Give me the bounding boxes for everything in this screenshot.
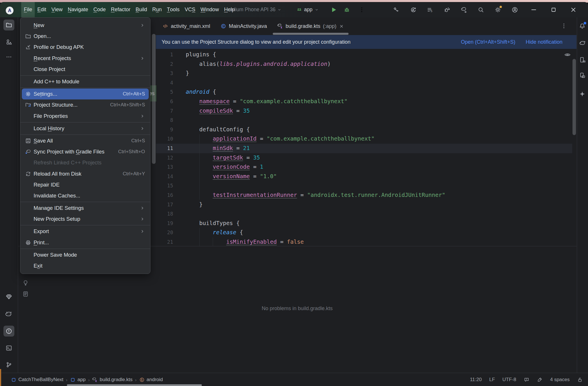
code-line[interactable]: 10 applicationId = "com.example.catchthe… — [156, 134, 572, 144]
toolbar-apply-changes[interactable] — [444, 6, 450, 13]
code-line[interactable]: 5android { — [156, 87, 572, 97]
code-line[interactable]: 17 } — [156, 200, 572, 210]
code-line[interactable]: 13 versionCode = 1 — [156, 162, 572, 172]
line-number[interactable]: 6 — [156, 97, 173, 106]
write-access-icon[interactable] — [577, 377, 583, 383]
menu-item-settings-[interactable]: Settings...Ctrl+Alt+S — [22, 89, 149, 99]
tab-activity-main-xml[interactable]: activity_main.xml — [157, 17, 215, 35]
line-number[interactable]: 16 — [156, 191, 173, 200]
menubar-item-edit[interactable]: Edit — [35, 2, 49, 17]
menubar-item-tools[interactable]: Tools — [164, 2, 182, 17]
highlighting-level-icon[interactable] — [537, 377, 543, 383]
code-line[interactable]: 9 defaultConfig { — [156, 125, 572, 135]
menu-item-invalidate-caches-[interactable]: Invalidate Caches... — [20, 190, 150, 201]
line-number[interactable]: 10 — [156, 134, 173, 144]
line-number[interactable]: 9 — [156, 125, 173, 135]
tab-options-kebab-icon[interactable] — [560, 22, 567, 29]
menu-item-local-history[interactable]: Local History — [20, 123, 150, 134]
line-number[interactable]: 3 — [156, 69, 173, 78]
project-tool-window-button[interactable] — [5, 22, 12, 28]
reader-mode-eye-icon[interactable] — [564, 51, 571, 58]
menu-item-project-structure-[interactable]: Project Structure...Ctrl+Alt+Shift+S — [20, 99, 150, 110]
resource-manager-button[interactable] — [5, 39, 12, 45]
line-number[interactable]: 7 — [156, 106, 173, 116]
play-icon[interactable] — [330, 6, 337, 13]
menubar-item-build[interactable]: Build — [133, 2, 150, 17]
code-line[interactable]: 20 release { — [156, 228, 572, 237]
code-line[interactable]: 1plugins { — [156, 50, 572, 59]
banner-hide-link[interactable]: Hide notification — [526, 39, 562, 45]
code-line[interactable]: 4 — [156, 78, 572, 88]
version-control-button[interactable] — [5, 361, 12, 368]
device-manager-button[interactable] — [579, 72, 586, 79]
line-number[interactable]: 11 — [156, 144, 173, 153]
breadcrumb-catchtheballbynext[interactable]: CatchTheBallByNext — [11, 377, 63, 383]
tab-mainactivity-java[interactable]: MainActivity.java — [215, 17, 272, 35]
menu-item-exit[interactable]: Exit — [20, 260, 150, 271]
close-button[interactable] — [570, 6, 577, 13]
line-number[interactable]: 4 — [156, 78, 173, 88]
toolbar-profiler[interactable] — [410, 6, 417, 13]
code-line[interactable]: 15 — [156, 181, 572, 191]
gemini-button[interactable] — [579, 91, 586, 97]
line-separator[interactable]: LF — [489, 377, 495, 383]
editor-scrollbar[interactable] — [572, 59, 576, 135]
menu-item-recent-projects[interactable]: Recent Projects — [20, 53, 150, 64]
indent-style[interactable]: 4 spaces — [550, 377, 570, 383]
menu-item-new[interactable]: New — [20, 20, 150, 31]
logcat-button[interactable] — [5, 311, 12, 318]
menubar-item-run[interactable]: Run — [150, 2, 164, 17]
line-number[interactable]: 13 — [156, 162, 173, 172]
cursor-position[interactable]: 11:20 — [470, 377, 482, 383]
quick-fix-icon[interactable] — [22, 279, 29, 286]
line-number[interactable]: 8 — [156, 116, 173, 125]
android-studio-logo-icon[interactable]: A — [6, 7, 13, 14]
menu-item-add-c++-to-module[interactable]: Add C++ to Module — [20, 76, 150, 87]
breadcrumb-app[interactable]: app — [70, 377, 86, 383]
line-number[interactable]: 20 — [156, 228, 173, 237]
code-line[interactable]: 21 isMinifyEnabled = false — [156, 237, 572, 246]
banner-open-link[interactable]: Open (Ctrl+Alt+Shift+S) — [461, 39, 515, 45]
menu-item-file-properties[interactable]: File Properties — [20, 111, 150, 122]
menu-item-print-[interactable]: Print... — [20, 237, 150, 248]
code-line[interactable]: 18 — [156, 209, 572, 219]
debug-bug-icon[interactable] — [343, 6, 350, 13]
menu-item-manage-ide-settings[interactable]: Manage IDE Settings — [20, 203, 150, 214]
minimize-button[interactable] — [530, 6, 537, 13]
menu-item-repair-ide[interactable]: Repair IDE — [20, 179, 150, 190]
code-line[interactable]: 19 buildTypes { — [156, 219, 572, 228]
code-line[interactable]: 2 alias(libs.plugins.android.application… — [156, 59, 572, 69]
menu-item-close-project[interactable]: Close Project — [20, 64, 150, 75]
tab-close-icon[interactable] — [339, 24, 344, 29]
menu-item-save-all[interactable]: Save AllCtrl+S — [20, 135, 150, 146]
gradle-button[interactable] — [579, 40, 586, 47]
code-editor[interactable]: 1plugins {2 alias(libs.plugins.android.a… — [156, 50, 572, 246]
line-number[interactable]: 12 — [156, 153, 173, 163]
toolbar-build-analyzer[interactable]: 5 — [427, 6, 434, 13]
file-encoding[interactable]: UTF-8 — [502, 377, 516, 383]
menu-item-power-save-mode[interactable]: Power Save Mode — [20, 249, 150, 260]
menubar-item-view[interactable]: View — [49, 2, 65, 17]
toolbar-search-everywhere[interactable] — [477, 6, 484, 13]
code-line[interactable]: 7 compileSdk = 35 — [156, 106, 572, 116]
toolbar-settings[interactable] — [494, 6, 501, 13]
app-quality-insights-button[interactable] — [5, 293, 12, 300]
device-selector[interactable]: edium Phone API 36 — [230, 2, 282, 17]
line-number[interactable]: 19 — [156, 219, 173, 228]
inspections-widget-icon[interactable] — [524, 377, 529, 383]
menu-item-export[interactable]: Export — [20, 226, 150, 237]
menu-item-sync-project-with-gradle-files[interactable]: Sync Project with Gradle FilesCtrl+Shift… — [20, 146, 150, 157]
line-number[interactable]: 2 — [156, 59, 173, 69]
run-configuration-selector[interactable]: app — [296, 2, 319, 17]
notifications-button[interactable] — [579, 23, 586, 30]
line-number[interactable]: 18 — [156, 209, 173, 219]
menubar-item-window[interactable]: Window — [198, 2, 221, 17]
line-number[interactable]: 17 — [156, 200, 173, 210]
menubar-item-vcs[interactable]: VCS — [182, 2, 198, 17]
code-line[interactable]: 11 minSdk = 21 — [156, 144, 572, 153]
breadcrumb-build-gradle-kts[interactable]: build.gradle.kts — [92, 377, 132, 383]
more-tool-windows-button[interactable] — [5, 53, 12, 60]
menu-item-reload-all-from-disk[interactable]: Reload All from DiskCtrl+Alt+Y — [20, 168, 150, 179]
toolbar-account[interactable] — [511, 6, 518, 13]
menubar-item-code[interactable]: Code — [91, 2, 108, 17]
